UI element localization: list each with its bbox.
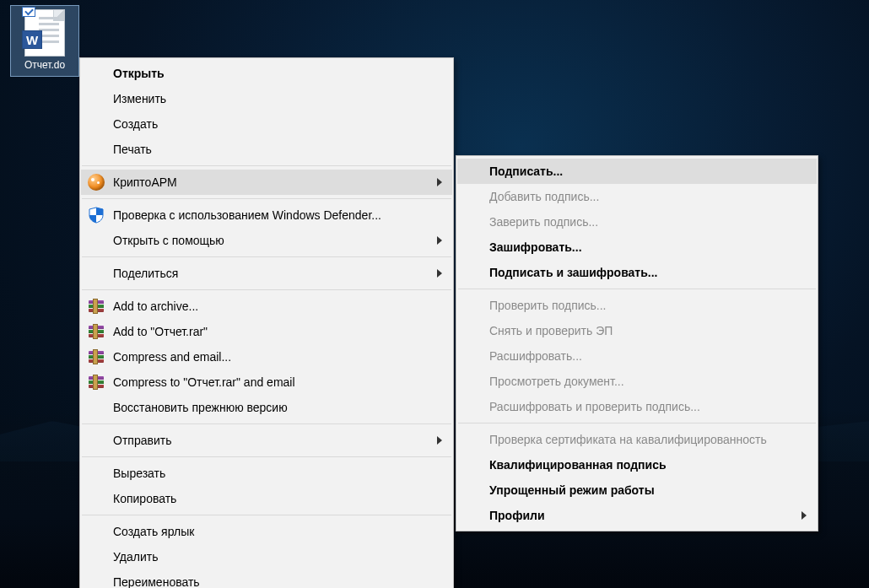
menu-open[interactable]: Открыть [81, 61, 452, 86]
submenu-sign-label: Подписать... [489, 165, 563, 178]
submenu-arrow-icon [802, 511, 807, 520]
menu-compress-to-email[interactable]: Compress to "Отчет.rar" and email [81, 370, 452, 395]
menu-cut-label: Вырезать [113, 467, 165, 480]
submenu-arrow-icon [437, 178, 442, 186]
menu-copy[interactable]: Копировать [81, 486, 452, 511]
submenu-qualified-signature-label: Квалифицированная подпись [489, 458, 667, 472]
menu-delete-label: Удалить [113, 550, 158, 564]
menu-print-label: Печать [113, 143, 152, 156]
menu-rename-label: Переименовать [113, 575, 200, 588]
submenu-cert-check[interactable]: Проверка сертификата на кавалифицированн… [457, 427, 817, 452]
menu-add-archive[interactable]: Add to archive... [81, 294, 452, 319]
submenu-simple-mode-label: Упрощенный режим работы [489, 483, 655, 497]
menu-separator [458, 423, 816, 423]
submenu-arrow-icon [437, 236, 442, 245]
menu-create-shortcut-label: Создать ярлык [113, 525, 194, 538]
menu-restore-previous-label: Восстановить прежнюю версию [113, 401, 288, 414]
menu-separator [82, 423, 451, 424]
menu-restore-previous[interactable]: Восстановить прежнюю версию [81, 395, 452, 420]
menu-separator [82, 289, 451, 290]
menu-separator [82, 456, 451, 457]
submenu-view-document[interactable]: Просмотреть документ... [457, 369, 817, 394]
winrar-icon [88, 374, 105, 391]
menu-cryptoarm-label: КриптоАРМ [113, 175, 177, 189]
menu-compress-to-email-label: Compress to "Отчет.rar" and email [113, 375, 295, 389]
menu-cryptoarm[interactable]: КриптоАРМ [81, 170, 452, 195]
word-document-icon: W [24, 9, 65, 57]
menu-separator [82, 165, 451, 166]
menu-delete[interactable]: Удалить [81, 544, 452, 569]
submenu-decrypt-verify-label: Расшифровать и проверить подпись... [489, 400, 700, 413]
winrar-icon [88, 323, 105, 340]
menu-edit-label: Изменить [113, 92, 166, 105]
submenu-sign-encrypt-label: Подписать и зашифровать... [489, 266, 658, 279]
menu-send-label: Отправить [113, 434, 171, 447]
menu-open-with[interactable]: Открыть с помощью [81, 228, 452, 253]
menu-defender[interactable]: Проверка с использованием Windows Defend… [81, 202, 452, 228]
menu-create[interactable]: Создать [81, 111, 452, 137]
submenu-qualified-signature[interactable]: Квалифицированная подпись [457, 452, 817, 477]
menu-compress-email[interactable]: Compress and email... [81, 344, 452, 370]
menu-defender-label: Проверка с использованием Windows Defend… [113, 208, 381, 222]
submenu-arrow-icon [437, 436, 442, 445]
menu-separator [82, 256, 451, 257]
menu-open-label: Открыть [113, 67, 165, 80]
menu-separator [82, 515, 451, 515]
menu-send[interactable]: Отправить [81, 428, 452, 453]
submenu-cert-check-label: Проверка сертификата на кавалифицированн… [489, 433, 767, 446]
winrar-icon [88, 298, 105, 315]
menu-edit[interactable]: Изменить [81, 86, 452, 111]
submenu-decrypt-label: Расшифровать... [489, 349, 582, 363]
winrar-icon [88, 348, 105, 365]
menu-create-label: Создать [113, 117, 158, 131]
submenu-add-signature[interactable]: Добавить подпись... [457, 184, 817, 209]
menu-cut[interactable]: Вырезать [81, 461, 452, 486]
menu-create-shortcut[interactable]: Создать ярлык [81, 519, 452, 544]
cryptoarm-icon [88, 174, 105, 191]
menu-share-label: Поделиться [113, 267, 178, 280]
menu-add-archive-label: Add to archive... [113, 299, 198, 313]
submenu-profiles-label: Профили [489, 509, 545, 522]
menu-rename[interactable]: Переименовать [81, 569, 452, 588]
submenu-certify-signature-label: Заверить подпись... [489, 215, 598, 229]
menu-share[interactable]: Поделиться [81, 261, 452, 286]
submenu-decrypt-verify[interactable]: Расшифровать и проверить подпись... [457, 394, 817, 419]
submenu-decrypt[interactable]: Расшифровать... [457, 343, 817, 369]
desktop-file-label: Отчет.do [23, 58, 67, 72]
menu-add-to-rar-label: Add to "Отчет.rar" [113, 325, 208, 338]
submenu-remove-verify[interactable]: Снять и проверить ЭП [457, 318, 817, 343]
submenu-remove-verify-label: Снять и проверить ЭП [489, 324, 613, 337]
submenu-sign[interactable]: Подписать... [457, 159, 817, 184]
cryptoarm-submenu: Подписать... Добавить подпись... Заверит… [456, 155, 818, 531]
menu-print[interactable]: Печать [81, 137, 452, 162]
desktop-file-icon[interactable]: W Отчет.do [10, 5, 79, 77]
submenu-view-document-label: Просмотреть документ... [489, 375, 624, 388]
submenu-arrow-icon [437, 269, 442, 278]
submenu-profiles[interactable]: Профили [457, 503, 817, 528]
menu-compress-email-label: Compress and email... [113, 350, 231, 364]
submenu-encrypt[interactable]: Зашифровать... [457, 235, 817, 260]
menu-separator [458, 289, 816, 289]
menu-copy-label: Копировать [113, 492, 176, 505]
submenu-encrypt-label: Зашифровать... [489, 240, 582, 254]
menu-separator [82, 198, 451, 199]
submenu-verify-signature[interactable]: Проверить подпись... [457, 293, 817, 318]
submenu-simple-mode[interactable]: Упрощенный режим работы [457, 477, 817, 503]
menu-add-to-rar[interactable]: Add to "Отчет.rar" [81, 319, 452, 344]
menu-open-with-label: Открыть с помощью [113, 234, 224, 247]
submenu-sign-encrypt[interactable]: Подписать и зашифровать... [457, 260, 817, 285]
submenu-verify-signature-label: Проверить подпись... [489, 299, 607, 312]
submenu-certify-signature[interactable]: Заверить подпись... [457, 209, 817, 235]
defender-shield-icon [88, 207, 105, 224]
context-menu: Открыть Изменить Создать Печать КриптоАР… [79, 57, 454, 588]
submenu-add-signature-label: Добавить подпись... [489, 190, 599, 203]
